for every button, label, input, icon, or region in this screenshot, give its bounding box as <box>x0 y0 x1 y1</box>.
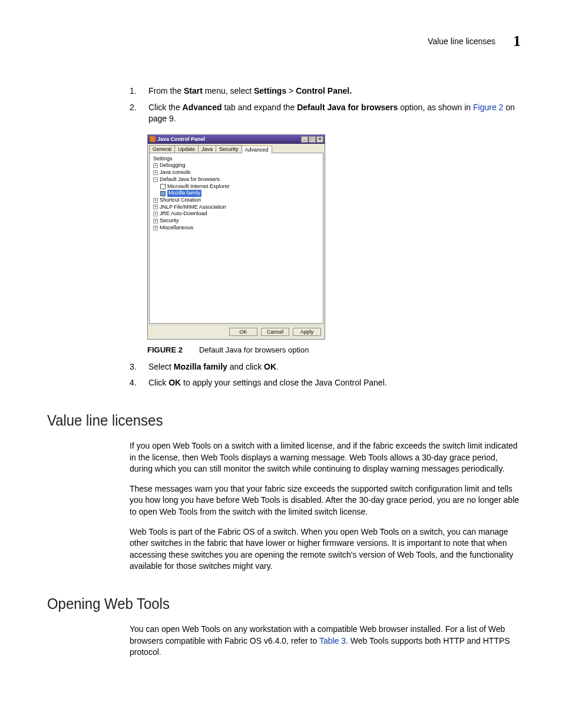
tab-java[interactable]: Java <box>198 145 216 153</box>
chapter-number: 1 <box>513 32 521 50</box>
expand-icon[interactable]: + <box>153 198 158 203</box>
collapse-icon[interactable]: − <box>153 177 158 182</box>
tree-leaf-msie[interactable]: Microsoft Internet Explorer <box>153 183 319 190</box>
tree-node-jre[interactable]: +JRE Auto-Download <box>153 210 319 218</box>
expand-icon[interactable]: + <box>153 163 158 168</box>
cancel-button[interactable]: Cancel <box>261 328 289 336</box>
paragraph: Web Tools is part of the Fabric OS of a … <box>130 526 521 572</box>
step-number: 2. <box>130 102 140 125</box>
steps-list-bottom: 3. Select Mozilla family and click OK. 4… <box>130 361 521 389</box>
java-control-panel-window: Java Control Panel _ □ × General Update … <box>147 134 325 340</box>
tab-advanced[interactable]: Advanced <box>242 146 272 153</box>
tab-strip: General Update Java Security Advanced <box>148 144 325 153</box>
tree-node-java-console[interactable]: +Java console <box>153 169 319 176</box>
settings-tree: Settings +Debugging +Java console −Defau… <box>149 153 323 324</box>
paragraph: These messages warn you that your fabric… <box>130 483 521 518</box>
figure-caption-text: Default Java for browsers option <box>199 345 309 354</box>
expand-icon[interactable]: + <box>153 205 158 209</box>
figure-label: FIGURE 2 <box>147 345 183 354</box>
expand-icon[interactable]: + <box>153 219 158 223</box>
step-text: From the Start menu, select Settings > C… <box>148 85 352 97</box>
heading-value-line-licenses: Value line licenses <box>47 411 483 430</box>
expand-icon[interactable]: + <box>153 170 158 175</box>
tab-security[interactable]: Security <box>216 145 242 153</box>
titlebar: Java Control Panel _ □ × <box>148 135 325 144</box>
tree-node-security[interactable]: +Security <box>153 218 319 225</box>
maximize-icon[interactable]: □ <box>309 136 316 143</box>
expand-icon[interactable]: + <box>153 226 158 230</box>
panel-footer: OK Cancel Apply <box>148 325 325 339</box>
minimize-icon[interactable]: _ <box>301 136 308 143</box>
step-number: 3. <box>130 361 140 373</box>
step-text: Click OK to apply your settings and clos… <box>148 377 387 389</box>
window-title: Java Control Panel <box>157 136 205 142</box>
tree-node-jnlp[interactable]: +JNLP File/MIME Association <box>153 204 319 211</box>
tree-node-misc[interactable]: +Miscellaneous <box>153 225 319 232</box>
header-title: Value line licenses <box>428 37 495 46</box>
figure-java-panel: Java Control Panel _ □ × General Update … <box>147 134 521 340</box>
tree-node-default-java[interactable]: −Default Java for browsers <box>153 176 319 183</box>
table-link[interactable]: Table 3 <box>319 636 346 645</box>
checkbox-checked-icon[interactable]: ✓ <box>160 191 166 196</box>
tree-leaf-mozilla[interactable]: ✓Mozilla family <box>153 190 319 197</box>
expand-icon[interactable]: + <box>153 212 158 216</box>
step-text: Click the Advanced tab and expand the De… <box>148 102 521 125</box>
tree-root: Settings <box>153 156 319 163</box>
ok-button[interactable]: OK <box>229 328 257 336</box>
tree-node-debugging[interactable]: +Debugging <box>153 162 319 169</box>
tab-general[interactable]: General <box>149 145 175 153</box>
steps-list-top: 1. From the Start menu, select Settings … <box>130 85 521 125</box>
step-number: 4. <box>130 377 140 389</box>
tree-node-shortcut[interactable]: +Shortcut Creation <box>153 197 319 204</box>
java-icon <box>150 136 156 142</box>
page-header: Value line licenses 1 <box>47 32 521 50</box>
apply-button[interactable]: Apply <box>293 328 321 336</box>
checkbox-icon[interactable] <box>160 184 166 189</box>
paragraph: If you open Web Tools on a switch with a… <box>130 440 521 475</box>
figure-caption: FIGURE 2Default Java for browsers option <box>147 345 521 354</box>
tab-update[interactable]: Update <box>174 145 199 153</box>
figure-link[interactable]: Figure 2 <box>473 103 503 112</box>
heading-opening-web-tools: Opening Web Tools <box>47 595 483 613</box>
step-text: Select Mozilla family and click OK. <box>148 361 279 373</box>
close-icon[interactable]: × <box>316 136 323 143</box>
paragraph: You can open Web Tools on any workstatio… <box>130 624 521 658</box>
step-number: 1. <box>130 85 140 97</box>
